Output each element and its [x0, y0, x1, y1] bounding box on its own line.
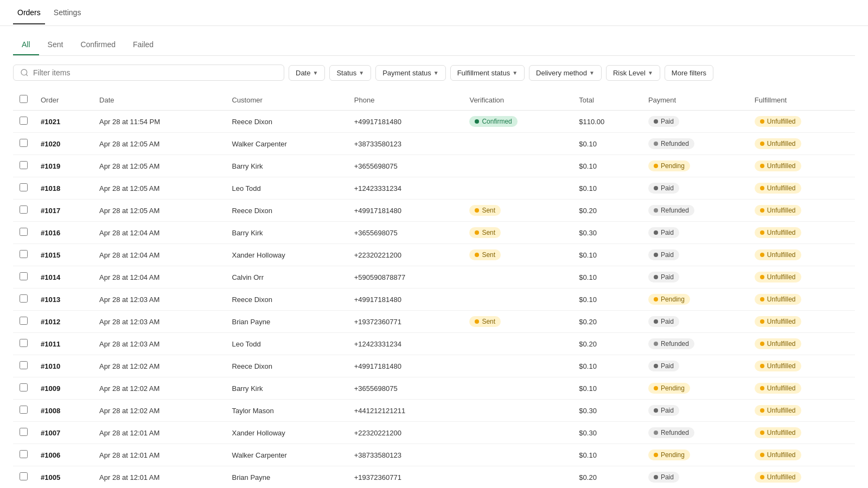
risk-level-filter-button[interactable]: Risk Level ▼	[606, 65, 660, 81]
risk-level-chevron-icon: ▼	[648, 70, 653, 76]
payment-status-filter-button[interactable]: Payment status ▼	[375, 65, 446, 81]
order-number[interactable]: #1019	[34, 155, 93, 177]
order-phone: +590590878877	[348, 266, 463, 288]
order-number[interactable]: #1008	[34, 400, 93, 422]
tab-confirmed[interactable]: Confirmed	[72, 35, 124, 55]
order-customer[interactable]: Reece Dixon	[225, 288, 347, 311]
row-select-checkbox[interactable]	[20, 339, 28, 347]
order-number[interactable]: #1015	[34, 244, 93, 266]
order-number[interactable]: #1011	[34, 333, 93, 355]
order-number[interactable]: #1020	[34, 133, 93, 155]
order-phone: +3655698075	[348, 222, 463, 244]
order-number[interactable]: #1010	[34, 355, 93, 377]
fulfillment-badge-dot	[760, 253, 764, 257]
order-customer[interactable]: Brian Payne	[225, 311, 347, 333]
row-select-checkbox[interactable]	[20, 383, 28, 391]
row-select-checkbox[interactable]	[20, 361, 28, 369]
row-select-checkbox[interactable]	[20, 450, 28, 458]
search-box[interactable]	[13, 65, 284, 81]
select-all-checkbox[interactable]	[20, 95, 28, 103]
tab-failed[interactable]: Failed	[124, 35, 162, 55]
search-input[interactable]	[33, 68, 277, 77]
order-verification	[463, 133, 572, 155]
row-select-checkbox[interactable]	[20, 317, 28, 325]
order-customer[interactable]: Reece Dixon	[225, 111, 347, 133]
order-number[interactable]: #1006	[34, 444, 93, 466]
order-phone: +12423331234	[348, 177, 463, 200]
order-number[interactable]: #1012	[34, 311, 93, 333]
order-customer[interactable]: Brian Payne	[225, 466, 347, 489]
tab-all[interactable]: All	[13, 35, 39, 55]
col-date: Date	[93, 89, 225, 111]
order-date: Apr 28 at 12:04 AM	[93, 222, 225, 244]
select-all-header[interactable]	[13, 89, 34, 111]
row-select-checkbox[interactable]	[20, 206, 28, 214]
order-date: Apr 28 at 12:01 AM	[93, 444, 225, 466]
row-select-checkbox[interactable]	[20, 228, 28, 236]
row-select-checkbox[interactable]	[20, 428, 28, 436]
order-number[interactable]: #1005	[34, 466, 93, 489]
tab-sent[interactable]: Sent	[39, 35, 72, 55]
order-customer[interactable]: Walker Carpenter	[225, 133, 347, 155]
order-number[interactable]: #1007	[34, 422, 93, 444]
verification-badge: Sent	[469, 316, 501, 327]
order-total: $0.10	[572, 444, 642, 466]
payment-badge: Paid	[648, 316, 679, 327]
order-customer[interactable]: Barry Kirk	[225, 377, 347, 400]
order-customer[interactable]: Barry Kirk	[225, 155, 347, 177]
order-fulfillment: Unfulfilled	[748, 200, 855, 222]
row-checkbox-cell	[13, 288, 34, 311]
order-customer[interactable]: Leo Todd	[225, 177, 347, 200]
row-select-checkbox[interactable]	[20, 406, 28, 414]
fulfillment-status-filter-button[interactable]: Fulfillment status ▼	[450, 65, 525, 81]
status-filter-button[interactable]: Status ▼	[329, 65, 371, 81]
row-select-checkbox[interactable]	[20, 472, 28, 480]
verification-badge-dot	[475, 253, 479, 257]
order-customer[interactable]: Taylor Mason	[225, 400, 347, 422]
order-customer[interactable]: Xander Holloway	[225, 422, 347, 444]
order-phone: +22320221200	[348, 422, 463, 444]
table-row: #1013Apr 28 at 12:03 AMReece Dixon+49917…	[13, 288, 855, 311]
order-customer[interactable]: Reece Dixon	[225, 355, 347, 377]
order-number[interactable]: #1017	[34, 200, 93, 222]
row-select-checkbox[interactable]	[20, 183, 28, 191]
payment-badge: Paid	[648, 472, 679, 483]
payment-badge-dot	[654, 119, 658, 124]
delivery-method-filter-button[interactable]: Delivery method ▼	[529, 65, 602, 81]
row-select-checkbox[interactable]	[20, 117, 28, 125]
order-total: $0.10	[572, 244, 642, 266]
row-select-checkbox[interactable]	[20, 294, 28, 303]
fulfillment-badge-dot	[760, 230, 764, 235]
fulfillment-badge: Unfulfilled	[755, 249, 801, 260]
order-phone: +12423331234	[348, 333, 463, 355]
row-select-checkbox[interactable]	[20, 139, 28, 147]
date-filter-button[interactable]: Date ▼	[289, 65, 325, 81]
row-select-checkbox[interactable]	[20, 250, 28, 258]
nav-settings[interactable]: Settings	[49, 2, 86, 24]
fulfillment-badge-dot	[760, 275, 764, 279]
order-total: $0.10	[572, 355, 642, 377]
more-filters-button[interactable]: More filters	[665, 65, 713, 81]
row-select-checkbox[interactable]	[20, 272, 28, 280]
order-customer[interactable]: Barry Kirk	[225, 222, 347, 244]
table-row: #1021Apr 28 at 11:54 PMReece Dixon+49917…	[13, 111, 855, 133]
order-number[interactable]: #1009	[34, 377, 93, 400]
row-select-checkbox[interactable]	[20, 161, 28, 169]
order-number[interactable]: #1016	[34, 222, 93, 244]
fulfillment-badge-dot	[760, 297, 764, 301]
order-number[interactable]: #1018	[34, 177, 93, 200]
order-number[interactable]: #1021	[34, 111, 93, 133]
order-phone: +49917181480	[348, 200, 463, 222]
order-number[interactable]: #1014	[34, 266, 93, 288]
col-total: Total	[572, 89, 642, 111]
status-chevron-icon: ▼	[359, 70, 364, 76]
nav-orders[interactable]: Orders	[13, 2, 45, 24]
order-customer[interactable]: Walker Carpenter	[225, 444, 347, 466]
order-total: $0.10	[572, 133, 642, 155]
order-customer[interactable]: Xander Holloway	[225, 244, 347, 266]
order-customer[interactable]: Calvin Orr	[225, 266, 347, 288]
order-number[interactable]: #1013	[34, 288, 93, 311]
order-customer[interactable]: Reece Dixon	[225, 200, 347, 222]
order-phone: +19372360771	[348, 466, 463, 489]
order-customer[interactable]: Leo Todd	[225, 333, 347, 355]
